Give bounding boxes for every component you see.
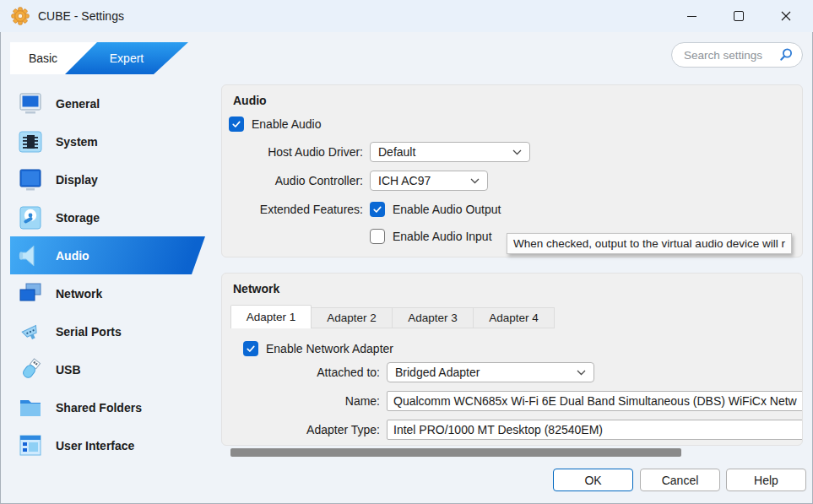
- tab-adapter-1[interactable]: Adapter 1: [230, 305, 312, 328]
- attached-to-label: Attached to:: [222, 366, 380, 379]
- sidebar-item-label: Audio: [56, 249, 89, 263]
- tooltip: When checked, output to the virtual audi…: [507, 233, 792, 254]
- host-audio-driver-select[interactable]: Default: [370, 142, 530, 162]
- tab-adapter-2-label: Adapter 2: [327, 312, 377, 324]
- usb-icon: [18, 358, 43, 382]
- sidebar-item-display[interactable]: Display: [10, 160, 214, 198]
- minimize-button[interactable]: [668, 0, 715, 32]
- enable-audio-row: Enable Audio: [229, 117, 803, 132]
- gear-icon: [11, 7, 30, 25]
- sidebar-item-network[interactable]: Network: [10, 274, 214, 312]
- system-icon: [18, 130, 43, 154]
- audio-controller-select[interactable]: ICH AC97: [370, 171, 488, 191]
- enable-network-adapter-row: Enable Network Adapter: [243, 341, 803, 356]
- search-placeholder: Search settings: [684, 49, 778, 62]
- enable-audio-input-label: Enable Audio Input: [393, 230, 492, 243]
- sidebar-item-label: Shared Folders: [56, 401, 142, 415]
- network-icon: [18, 282, 43, 306]
- network-section: Network Adapter 1 Adapter 2 Adapter 3 Ad…: [221, 273, 803, 446]
- horizontal-scrollbar[interactable]: [230, 448, 681, 457]
- name-label: Name:: [222, 394, 380, 408]
- storage-icon: [18, 206, 43, 230]
- network-section-title: Network: [233, 282, 279, 295]
- adapter-type-label: Adapter Type:: [222, 423, 380, 436]
- user-interface-icon: [18, 434, 43, 458]
- tab-adapter-3[interactable]: Adapter 3: [393, 307, 474, 328]
- name-row: Name: Qualcomm WCN685x Wi-Fi 6E Dual Ban…: [222, 391, 802, 411]
- attached-to-select[interactable]: Bridged Adapter: [387, 362, 594, 382]
- enable-audio-input-checkbox[interactable]: [370, 229, 385, 244]
- close-icon: [781, 11, 791, 21]
- enable-network-adapter-label: Enable Network Adapter: [266, 342, 393, 355]
- shared-folders-icon: [18, 396, 43, 420]
- sidebar-item-serial-ports[interactable]: Serial Ports: [10, 312, 214, 350]
- tab-adapter-3-label: Adapter 3: [408, 312, 458, 324]
- help-button[interactable]: Help: [726, 469, 806, 491]
- settings-window: CUBE - Settings Basic Expert Search sett…: [0, 0, 813, 504]
- audio-controller-label: Audio Controller:: [222, 174, 363, 187]
- enable-audio-checkbox[interactable]: [229, 117, 244, 132]
- attached-to-value: Bridged Adapter: [395, 366, 480, 379]
- checkmark-icon: [246, 344, 256, 354]
- audio-section: Audio Enable Audio Host Audio Driver: De…: [221, 84, 803, 257]
- sidebar-item-label: User Interface: [56, 439, 134, 453]
- display-icon: [18, 168, 43, 192]
- sidebar-item-shared-folders[interactable]: Shared Folders: [10, 388, 214, 426]
- enable-network-adapter-checkbox[interactable]: [243, 341, 258, 356]
- sidebar-item-label: Display: [56, 173, 98, 187]
- host-audio-driver-label: Host Audio Driver:: [222, 145, 363, 159]
- audio-section-title: Audio: [233, 94, 267, 107]
- ok-button[interactable]: OK: [553, 469, 633, 491]
- tab-adapter-4[interactable]: Adapter 4: [474, 307, 555, 328]
- window-title: CUBE - Settings: [38, 9, 124, 23]
- checkmark-icon: [372, 204, 382, 214]
- close-button[interactable]: [762, 0, 810, 32]
- host-audio-driver-value: Default: [378, 145, 415, 159]
- name-field[interactable]: Qualcomm WCN685x Wi-Fi 6E Dual Band Simu…: [387, 391, 803, 411]
- ok-button-label: OK: [584, 474, 601, 487]
- sidebar-item-storage[interactable]: Storage: [10, 198, 214, 236]
- help-button-label: Help: [754, 474, 778, 487]
- maximize-button[interactable]: [715, 0, 762, 32]
- window-controls: [668, 0, 810, 32]
- adapter-tab-bar: Adapter 1 Adapter 2 Adapter 3 Adapter 4: [230, 305, 555, 328]
- enable-audio-output-label: Enable Audio Output: [393, 203, 501, 216]
- tab-adapter-2[interactable]: Adapter 2: [312, 307, 393, 328]
- tab-adapter-1-label: Adapter 1: [247, 311, 296, 323]
- sidebar-item-label: System: [56, 135, 98, 149]
- cancel-button-label: Cancel: [662, 474, 699, 487]
- sidebar: General System Display: [10, 84, 214, 464]
- sidebar-item-label: USB: [56, 363, 81, 377]
- audio-controller-row: Audio Controller: ICH AC97: [222, 171, 802, 191]
- tab-expert-label: Expert: [110, 51, 144, 65]
- sidebar-item-general[interactable]: General: [10, 84, 214, 122]
- sidebar-item-usb[interactable]: USB: [10, 350, 214, 388]
- maximize-icon: [734, 11, 744, 21]
- chevron-down-icon: [470, 178, 480, 184]
- tab-basic-label: Basic: [29, 51, 57, 65]
- adapter-type-field[interactable]: Intel PRO/1000 MT Desktop (82540EM): [387, 420, 803, 440]
- audio-icon: [18, 244, 43, 268]
- enable-audio-output-checkbox[interactable]: [370, 202, 385, 217]
- serial-ports-icon: [18, 320, 43, 344]
- tab-adapter-4-label: Adapter 4: [489, 312, 539, 324]
- search-icon[interactable]: [778, 47, 794, 62]
- checkmark-icon: [231, 119, 241, 129]
- attached-to-row: Attached to: Bridged Adapter: [222, 362, 802, 382]
- sidebar-item-user-interface[interactable]: User Interface: [10, 426, 214, 464]
- sidebar-item-label: Serial Ports: [56, 325, 122, 339]
- sidebar-item-audio[interactable]: Audio: [10, 236, 205, 274]
- minimize-icon: [687, 16, 696, 17]
- cancel-button[interactable]: Cancel: [640, 469, 720, 491]
- sidebar-item-label: Network: [56, 287, 102, 301]
- enable-audio-output-row: Extended Features: Enable Audio Output: [222, 202, 802, 217]
- chevron-down-icon: [577, 370, 586, 376]
- sidebar-item-label: Storage: [56, 211, 100, 225]
- sidebar-item-system[interactable]: System: [10, 122, 214, 160]
- host-audio-driver-row: Host Audio Driver: Default: [222, 142, 802, 162]
- general-icon: [18, 92, 43, 116]
- sidebar-item-label: General: [56, 97, 100, 111]
- titlebar: CUBE - Settings: [0, 0, 813, 32]
- search-input[interactable]: Search settings: [671, 42, 803, 68]
- audio-controller-value: ICH AC97: [378, 174, 431, 187]
